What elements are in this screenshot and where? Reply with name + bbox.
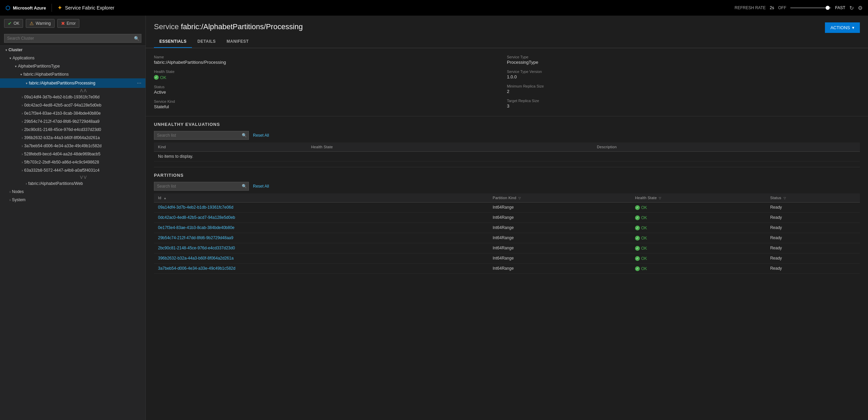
sort-icon[interactable]: ▲ [163, 196, 166, 200]
sidebar-item-partition-5[interactable]: › 2bc90c81-2148-45ce-976d-e4cd337d23d0 [0, 126, 145, 134]
status-cell: Ready [766, 212, 860, 223]
top-nav: ⬡ Microsoft Azure ✦ Service Fabric Explo… [0, 0, 868, 16]
tab-essentials[interactable]: ESSENTIALS [154, 36, 192, 48]
content-header: Service fabric:/AlphabetPartitions/Proce… [146, 16, 868, 33]
health-state-cell: ✓ OK [631, 243, 766, 253]
table-row: 29b54c74-212f-47dd-8fd6-9b2729d48aa9 Int… [154, 233, 860, 243]
sidebar-item-processing[interactable]: ▾ fabric:/AlphabetPartitions/Processing … [0, 78, 145, 88]
chevron-right-icon: › [22, 95, 23, 99]
sidebar-item-partition-8[interactable]: › 528febd9-becd-4d04-aa2d-48de969bacb5 [0, 150, 145, 158]
partitions-table: Id ▲ Partition Kind ▽ Health State ▽ S [154, 193, 860, 274]
chevron-up-icon: ⋀ ⋀ [80, 89, 86, 92]
filter-icon[interactable]: ▽ [518, 196, 521, 200]
sidebar-item-partition-3[interactable]: › 0e17f3e4-83ae-41b3-8cab-384bde40b80e [0, 109, 145, 117]
status-value: Active [154, 90, 507, 95]
service-type-version-field: Service Type Version 1.0.0 [507, 70, 860, 79]
error-icon: ✖ [61, 21, 65, 26]
refresh-rate-value: 2s [770, 5, 774, 10]
sidebar-item-partition-1[interactable]: › 09a14df4-3d7b-4eb2-b1db-19361fc7e06d [0, 93, 145, 101]
refresh-toggle[interactable]: OFF [778, 5, 786, 10]
partitions-reset-all[interactable]: Reset All [253, 184, 269, 189]
status-field: Status Active [154, 85, 507, 95]
tab-manifest[interactable]: MANIFEST [221, 36, 254, 48]
status-cell: Ready [766, 233, 860, 243]
partition-id-cell[interactable]: 2bc90c81-2148-45ce-976d-e4cd337d23d0 [154, 243, 489, 253]
actions-button[interactable]: ACTIONS ▾ [825, 22, 860, 33]
health-state-cell: ✓ OK [631, 253, 766, 263]
sidebar-item-applications[interactable]: ▾ Applications [0, 54, 145, 62]
refresh-slider[interactable] [790, 7, 831, 8]
tabs-bar: ESSENTIALS DETAILS MANIFEST [146, 36, 868, 48]
system-label: System [12, 197, 25, 202]
no-items-text: No items to display. [154, 151, 860, 161]
unhealthy-search-wrap: 🔍 Reset All [154, 131, 860, 140]
collapse-up-arrows[interactable]: ⋀ ⋀ [0, 88, 145, 93]
unhealthy-search-input[interactable] [154, 131, 249, 140]
partitions-section: PARTITIONS 🔍 Reset All Id ▲ Pa [146, 167, 868, 279]
table-row: 0e17f3e4-83ae-41b3-8cab-384bde40b80e Int… [154, 223, 860, 233]
warning-button[interactable]: ⚠ Warning [26, 19, 54, 28]
name-field: Name fabric:/AlphabetPartitions/Processi… [154, 55, 507, 65]
fabric-icon: ✦ [57, 4, 62, 12]
partition-id-cell[interactable]: 29b54c74-212f-47dd-8fd6-9b2729d48aa9 [154, 233, 489, 243]
service-type-version-value: 1.0.0 [507, 74, 860, 79]
sidebar-item-partition-2[interactable]: › 0dc42ac0-4ed8-42b5-acd7-94a128e5d0eb [0, 101, 145, 109]
sidebar-item-alphabetpartitionstype[interactable]: ▾ AlphabetPartitionsType [0, 62, 145, 70]
sidebar-item-web[interactable]: › fabric:/AlphabetPartitions/Web [0, 179, 145, 188]
applications-label: Applications [13, 56, 35, 60]
service-type-label: Service Type [507, 55, 860, 59]
unhealthy-reset-all[interactable]: Reset All [253, 133, 269, 138]
azure-icon: ⬡ [5, 5, 10, 11]
ok-button[interactable]: ✔ OK [4, 19, 23, 28]
app-label: fabric:/AlphabetPartitions [23, 72, 68, 77]
sidebar-item-cluster[interactable]: ▾ Cluster [0, 46, 145, 54]
partitions-search-inner: 🔍 [154, 182, 249, 191]
target-replica-label: Target Replica Size [507, 99, 860, 103]
error-button[interactable]: ✖ Error [57, 19, 80, 28]
unhealthy-title: UNHEALTHY EVALUATIONS [154, 122, 860, 127]
chevron-right-icon: › [22, 136, 23, 140]
partition-id-cell[interactable]: 0dc42ac0-4ed8-42b5-acd7-94a128e5d0eb [154, 212, 489, 223]
azure-label: Microsoft Azure [13, 5, 46, 11]
settings-icon[interactable]: ⚙ [858, 5, 863, 11]
partition-id-cell[interactable]: 3a7beb54-d006-4e34-a33e-49c49b1c582d [154, 263, 489, 273]
partition-id-cell[interactable]: 396b2632-b32a-44a3-b60f-8f064a2d261a [154, 253, 489, 263]
partition-label: 0dc42ac0-4ed8-42b5-acd7-94a128e5d0eb [24, 103, 101, 108]
service-kind-value: Stateful [154, 104, 507, 109]
min-replica-value: 2 [507, 89, 860, 94]
refresh-icon[interactable]: ↻ [849, 5, 854, 11]
partition-kind-cell: Int64Range [489, 223, 631, 233]
collapse-down-arrows[interactable]: ⋁ ⋁ [0, 174, 145, 179]
health-state-cell: ✓ OK [631, 202, 766, 212]
sidebar-item-partition-4[interactable]: › 29b54c74-212f-47dd-8fd6-9b2729d48aa9 [0, 117, 145, 126]
more-options-icon[interactable]: ··· [136, 80, 143, 86]
sidebar-item-partition-6[interactable]: › 396b2632-b32a-44a3-b60f-8f064a2d261a [0, 134, 145, 142]
chevron-down-icon: ▾ [9, 56, 11, 60]
chevron-right-icon: › [22, 169, 23, 172]
col-description: Description [593, 142, 860, 152]
content-area: Service fabric:/AlphabetPartitions/Proce… [146, 16, 868, 420]
tab-details[interactable]: DETAILS [192, 36, 221, 48]
processing-label: fabric:/AlphabetPartitions/Processing [29, 81, 95, 85]
sidebar-item-system[interactable]: › System [0, 196, 145, 204]
main-layout: ✔ OK ⚠ Warning ✖ Error 🔍 ▾ Cluster [0, 16, 868, 420]
col-health-state: Health State ▽ [631, 193, 766, 203]
partition-label: 3a7beb54-d006-4e34-a33e-49c49b1c582d [24, 144, 101, 148]
app-title: ✦ Service Fabric Explorer [57, 4, 115, 12]
partition-id-cell[interactable]: 09a14df4-3d7b-4eb2-b1db-19361fc7e06d [154, 202, 489, 212]
col-health-state: Health State [307, 142, 593, 152]
sidebar-item-partition-10[interactable]: › 63a332b8-5072-4447-a4b8-a0af5f4031c4 [0, 166, 145, 174]
partition-id-cell[interactable]: 0e17f3e4-83ae-41b3-8cab-384bde40b80e [154, 223, 489, 233]
sidebar-item-partition-9[interactable]: › 5fb703c2-2bdf-4b50-a86d-e4c9c9498628 [0, 158, 145, 166]
table-row: 3a7beb54-d006-4e34-a33e-49c49b1c582d Int… [154, 263, 860, 273]
filter-icon[interactable]: ▽ [784, 196, 786, 200]
partition-kind-cell: Int64Range [489, 253, 631, 263]
sidebar-item-alphabetpartitions[interactable]: ▾ fabric:/AlphabetPartitions [0, 70, 145, 78]
filter-icon[interactable]: ▽ [659, 196, 661, 200]
ok-dot: ✓ [154, 75, 159, 80]
search-cluster-input[interactable] [4, 34, 141, 43]
partitions-search-input[interactable] [154, 182, 249, 191]
sidebar-item-partition-7[interactable]: › 3a7beb54-d006-4e34-a33e-49c49b1c582d [0, 142, 145, 150]
essentials-left: Name fabric:/AlphabetPartitions/Processi… [154, 55, 507, 109]
sidebar-item-nodes[interactable]: › Nodes [0, 188, 145, 196]
